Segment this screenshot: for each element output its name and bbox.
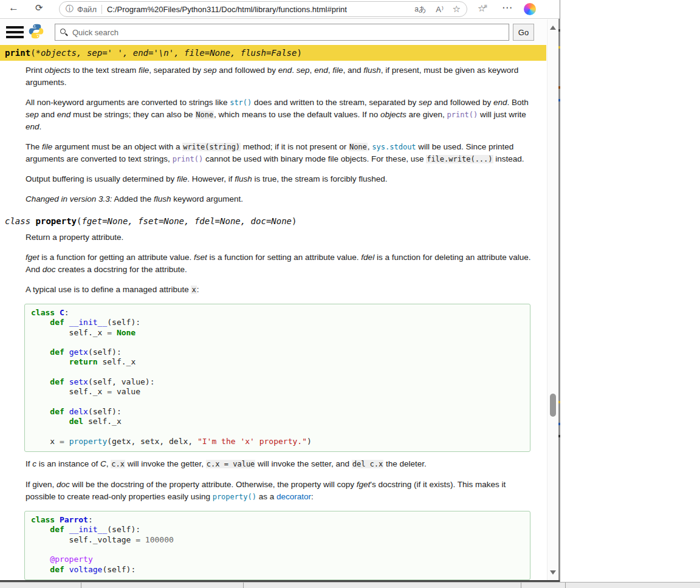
text-run: instead. xyxy=(493,154,524,163)
go-button[interactable]: Go xyxy=(513,24,534,41)
edge-mark xyxy=(558,423,560,425)
translate-icon[interactable]: aあ xyxy=(414,4,426,15)
text-run: ) xyxy=(292,216,297,226)
inline-link[interactable]: decorator xyxy=(276,492,311,501)
background-window-strip xyxy=(0,582,700,588)
code-line: def __init__(self): xyxy=(31,525,524,535)
changed-in-version-note: Changed in version 3.3: Added the flush … xyxy=(26,193,538,205)
page-scrollbar[interactable] xyxy=(547,19,558,582)
back-icon[interactable]: ← xyxy=(9,2,19,14)
text-run: , which means to use the default values.… xyxy=(214,110,380,119)
text-run: write(string) xyxy=(182,143,241,151)
text-run: objects xyxy=(380,110,407,119)
paragraph: All non-keyword arguments are converted … xyxy=(26,97,538,133)
text-run: and followed by xyxy=(432,98,493,107)
code-line: def getx(self): xyxy=(31,347,524,357)
inline-link[interactable]: sys.stdout xyxy=(372,143,416,151)
python-logo[interactable] xyxy=(28,23,44,42)
text-run: fdel xyxy=(361,253,374,262)
code-line xyxy=(31,338,524,347)
text-run: print xyxy=(5,48,30,58)
code-line: def voltage(self): xyxy=(31,565,524,575)
inline-link[interactable]: print() xyxy=(173,155,204,163)
info-icon[interactable]: ⓘ xyxy=(66,4,74,15)
code-line: def delx(self): xyxy=(31,407,524,417)
text-run: Changed in version 3.3: xyxy=(26,194,112,203)
text-run: , separated by xyxy=(149,66,203,75)
code-line: x = property(getx, setx, delx, "I'm the … xyxy=(31,437,524,446)
copilot-icon[interactable] xyxy=(524,3,536,15)
text-run: objects xyxy=(45,66,71,75)
paragraph: Return a property attribute. xyxy=(26,231,538,244)
doc-page: Go print(*objects, sep=' ', end='\n', fi… xyxy=(0,19,546,582)
menu-icon[interactable] xyxy=(6,26,24,38)
code-line: def setx(self, value): xyxy=(31,377,524,387)
paragraph: The file argument must be an object with… xyxy=(26,141,538,165)
text-run: fget xyxy=(26,253,39,262)
code-line: self._x = None xyxy=(31,328,524,338)
collections-icon[interactable]: ☆ xyxy=(478,3,489,14)
read-aloud-icon[interactable]: A xyxy=(436,5,442,14)
scroll-up-icon[interactable] xyxy=(550,26,556,30)
text-run: end xyxy=(314,66,328,75)
code-line: return self._x xyxy=(31,357,524,367)
text-run: . xyxy=(292,66,297,75)
inline-link[interactable]: str() xyxy=(230,98,252,107)
refresh-icon[interactable]: ⟳ xyxy=(35,2,43,13)
text-run: C xyxy=(100,459,106,468)
text-run: class xyxy=(5,216,36,226)
text-run: sep xyxy=(297,66,310,75)
text-run: None xyxy=(349,143,368,151)
text-run: will invoke the getter, xyxy=(125,459,206,468)
text-run: If xyxy=(26,459,32,468)
inline-link[interactable]: property() xyxy=(213,493,256,501)
url-text[interactable]: C:/Program%20Files/Python311/Doc/html/li… xyxy=(107,5,405,14)
address-divider xyxy=(101,5,102,14)
text-run: end xyxy=(57,110,71,119)
text-run: is a function for getting an attribute v… xyxy=(39,253,194,262)
text-run: c xyxy=(32,459,36,468)
text-run: Added the xyxy=(112,194,154,203)
text-run: method; if it is not present or xyxy=(241,142,349,151)
paragraph: If c is an instance of C, c.x will invok… xyxy=(26,458,538,470)
text-run: . Both xyxy=(507,98,529,107)
text-run: end xyxy=(26,122,39,131)
text-run: creates a docstring for the attribute. xyxy=(56,265,187,274)
edge-mark xyxy=(558,435,560,437)
paragraph: Output buffering is usually determined b… xyxy=(26,173,538,185)
edge-mark xyxy=(558,401,560,403)
scroll-down-icon[interactable] xyxy=(550,570,556,575)
text-run: the deleter. xyxy=(383,459,427,468)
text-run: will be the docstring of the property at… xyxy=(70,480,357,489)
text-run: x xyxy=(191,285,196,294)
text-run: is true, the stream is forcibly flushed. xyxy=(252,174,388,183)
text-run: fset xyxy=(194,253,207,262)
text-run: : xyxy=(311,492,314,501)
scrollbar-thumb[interactable] xyxy=(550,394,556,417)
paragraph: If given, doc will be the docstring of t… xyxy=(26,479,538,503)
text-run: Return a property attribute. xyxy=(26,233,123,242)
print-signature: print(*objects, sep=' ', end='\n', file=… xyxy=(0,45,546,61)
edge-mark xyxy=(558,46,560,49)
text-run: must be strings; they can also be xyxy=(70,110,195,119)
favorite-star-icon[interactable]: ☆ xyxy=(453,4,461,15)
text-run: end xyxy=(278,66,292,75)
search-input[interactable] xyxy=(55,24,509,41)
code-example-class-parrot: class Parrot: def __init__(self): self._… xyxy=(24,511,530,580)
doc-header: Go xyxy=(0,19,546,44)
inline-link[interactable]: print() xyxy=(447,111,478,119)
browser-toolbar: ← ⟳ ⓘ Файл C:/Program%20Files/Python311/… xyxy=(0,0,560,19)
more-options-icon[interactable]: ⋯ xyxy=(502,1,512,14)
text-run: file xyxy=(139,66,149,75)
paragraph: Print objects to the text stream file, s… xyxy=(26,64,538,89)
text-run: and xyxy=(39,110,57,119)
address-bar[interactable]: ⓘ Файл C:/Program%20Files/Python311/Doc/… xyxy=(59,1,467,17)
text-run: The xyxy=(26,142,42,151)
site-label[interactable]: Файл xyxy=(77,5,97,14)
text-run: A typical use is to define a managed att… xyxy=(26,285,191,294)
code-line: class Parrot: xyxy=(31,515,524,525)
text-run: sep xyxy=(419,98,432,107)
text-run: Print xyxy=(26,66,45,75)
text-run: . However, if xyxy=(187,174,235,183)
text-run: doc xyxy=(43,265,56,274)
